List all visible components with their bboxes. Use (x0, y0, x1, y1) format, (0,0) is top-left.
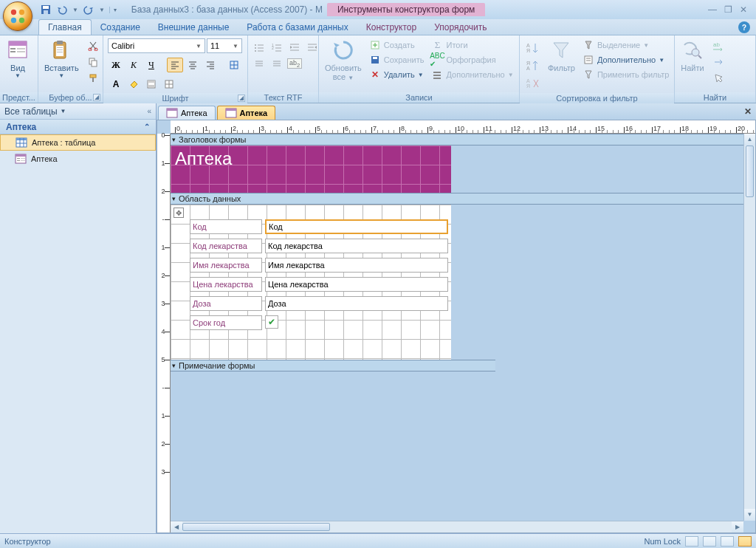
sort-asc-icon[interactable]: АЯ (524, 40, 542, 56)
save-icon[interactable] (40, 4, 52, 16)
grid-fill-icon[interactable] (161, 77, 177, 92)
field-textbox[interactable]: Имя лекарства (265, 258, 448, 273)
navpane-collapse-icon[interactable]: « (147, 107, 151, 115)
goto-icon[interactable] (710, 55, 726, 69)
advanced-filter-button[interactable]: Дополнительно ▼ (581, 53, 671, 66)
field-textbox[interactable]: Доза (265, 296, 448, 311)
indent-right-icon[interactable] (286, 40, 303, 55)
field-row[interactable]: ДозаДоза (190, 296, 448, 311)
tab-external[interactable]: Внешние данные (149, 20, 238, 35)
select-icon[interactable] (710, 71, 726, 86)
underline-icon[interactable]: Ч (143, 58, 159, 72)
field-row[interactable]: Срок год✔ (190, 315, 278, 330)
indent-left-icon[interactable] (304, 40, 320, 55)
office-button[interactable] (3, 1, 32, 31)
font-family-combo[interactable]: Calibri▼ (108, 38, 205, 53)
field-label[interactable]: Имя лекарства (190, 258, 262, 273)
save-record-button[interactable]: Сохранить (368, 53, 426, 66)
scrollbar-horizontal[interactable]: ◀▶ (171, 521, 743, 532)
rtl-icon[interactable] (269, 56, 285, 71)
field-checkbox[interactable]: ✔ (265, 315, 278, 329)
format-painter-icon[interactable] (85, 71, 101, 86)
field-row[interactable]: Цена лекарстваЦена лекарства (190, 277, 448, 292)
view-datasheet-icon[interactable] (703, 536, 716, 547)
move-handle-icon[interactable] (173, 208, 184, 218)
close-button[interactable]: ✕ (740, 4, 747, 15)
selection-filter-button[interactable]: Выделение ▼ (581, 38, 671, 52)
filter-button[interactable]: Фильтр (545, 37, 578, 74)
paste-button[interactable]: Вставить ▼ (41, 37, 82, 81)
ordered-list-icon[interactable]: 12 (269, 40, 285, 55)
view-layout-icon[interactable] (721, 536, 734, 547)
field-row[interactable]: Код лекарстваКод лекарства (190, 239, 448, 253)
minimize-button[interactable]: — (708, 4, 717, 15)
field-label[interactable]: Срок год (190, 315, 262, 330)
new-record-button[interactable]: Создать (368, 38, 426, 52)
navpane-header[interactable]: Все таблицы▼ « (0, 103, 156, 120)
alt-fill-icon[interactable] (143, 77, 159, 92)
detail-grid[interactable]: КодКодКод лекарстваКод лекарстваИмя лека… (171, 205, 451, 360)
cut-icon[interactable] (85, 38, 101, 53)
refresh-all-button[interactable]: Обновить все ▼ (322, 37, 365, 83)
ltr-icon[interactable] (251, 56, 267, 71)
navpane-group[interactable]: Аптека⌃ (0, 120, 156, 134)
gridlines-icon[interactable] (226, 58, 242, 72)
field-row[interactable]: КодКод (190, 219, 448, 234)
form-title[interactable]: Аптека (171, 145, 451, 172)
restore-button[interactable]: ❐ (724, 4, 732, 15)
redo-icon[interactable] (83, 4, 94, 16)
more-records-button[interactable]: Дополнительно ▼ (430, 68, 515, 81)
totals-button[interactable]: ΣИтоги (430, 38, 515, 52)
status-numlock: Num Lock (644, 537, 681, 546)
doctab-0[interactable]: Аптека (158, 106, 216, 120)
sort-desc-icon[interactable]: ЯА (524, 58, 542, 74)
font-size-combo[interactable]: 11▼ (207, 38, 242, 53)
tab-arrange[interactable]: Упорядочить (425, 20, 495, 35)
tab-design[interactable]: Конструктор (357, 20, 425, 35)
section-detail[interactable]: ▾Область данных (171, 193, 755, 205)
replace-icon[interactable]: ab (710, 38, 726, 53)
field-row[interactable]: Имя лекарстваИмя лекарства (190, 258, 448, 273)
field-textbox[interactable]: Код (265, 219, 448, 234)
undo-icon[interactable] (56, 4, 68, 16)
fill-color-icon[interactable] (126, 77, 142, 92)
toggle-filter-button[interactable]: Применить фильтр (581, 68, 671, 81)
field-textbox[interactable]: Код лекарства (265, 239, 448, 253)
tab-create[interactable]: Создание (92, 20, 149, 35)
unordered-list-icon[interactable] (251, 40, 267, 55)
find-button[interactable]: Найти (678, 37, 707, 74)
undo-dropdown-icon[interactable]: ▼ (72, 7, 78, 13)
field-label[interactable]: Код лекарства (190, 239, 262, 253)
align-right-icon[interactable] (202, 58, 219, 72)
navpane-item-form[interactable]: Аптека (0, 151, 156, 167)
align-left-icon[interactable] (167, 58, 183, 72)
delete-record-button[interactable]: ✕Удалить ▼ (368, 68, 426, 81)
tab-home[interactable]: Главная (38, 19, 92, 35)
svg-rect-16 (57, 47, 63, 48)
view-form-icon[interactable] (685, 536, 698, 547)
clear-sort-icon[interactable]: АЯ (524, 75, 542, 92)
copy-icon[interactable] (85, 55, 101, 69)
tab-dbtools[interactable]: Работа с базами данных (238, 20, 357, 35)
spelling-button[interactable]: ABC✔Орфография (430, 53, 515, 66)
scrollbar-vertical[interactable]: ▲▼ (743, 134, 755, 521)
doctab-1[interactable]: Аптека (217, 106, 276, 120)
align-center-icon[interactable] (185, 58, 201, 72)
view-button[interactable]: Вид ▼ (3, 37, 32, 81)
bold-icon[interactable]: Ж (108, 58, 124, 72)
font-color-icon[interactable]: A (108, 77, 124, 92)
section-form-footer[interactable]: ▾Примечание формы (171, 360, 495, 371)
field-textbox[interactable]: Цена лекарства (265, 277, 448, 292)
doctab-close-icon[interactable]: ✕ (744, 106, 752, 117)
section-form-header[interactable]: ▾Заголовок формы (171, 134, 755, 145)
field-label[interactable]: Цена лекарства (190, 277, 262, 292)
view-design-icon[interactable] (738, 536, 752, 547)
field-label[interactable]: Код (190, 219, 262, 234)
redo-dropdown-icon[interactable]: ▼ (99, 7, 105, 13)
help-icon[interactable]: ? (738, 21, 750, 33)
qat-customize-icon[interactable]: ▾ (109, 7, 117, 13)
field-label[interactable]: Доза (190, 296, 262, 311)
highlight-icon[interactable]: ab2 (286, 56, 303, 71)
navpane-item-table[interactable]: Аптека : таблица (0, 134, 156, 151)
italic-icon[interactable]: К (126, 58, 142, 72)
